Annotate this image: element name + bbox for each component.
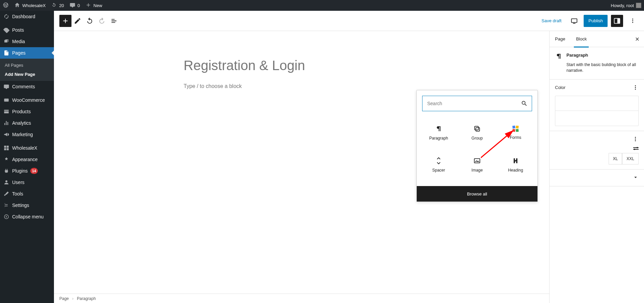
editor-toolbar: Save draft Publish xyxy=(54,11,644,31)
menu-tools[interactable]: Tools xyxy=(0,188,54,200)
menu-products[interactable]: Products xyxy=(0,106,54,117)
typography-panel: XL XXL xyxy=(550,131,644,170)
preview-button[interactable] xyxy=(568,15,580,27)
block-description: Start with the basic building block of a… xyxy=(566,62,639,74)
color-options-button[interactable] xyxy=(632,84,639,91)
svg-rect-6 xyxy=(572,19,577,22)
menu-media[interactable]: Media xyxy=(0,36,54,47)
paragraph-icon xyxy=(435,125,442,132)
svg-rect-4 xyxy=(7,148,9,150)
plus-icon xyxy=(85,2,91,9)
plugins-badge: 14 xyxy=(30,168,38,174)
settings-sidebar: Page Block Paragraph Start with the basi… xyxy=(549,31,644,303)
chevron-right-icon: › xyxy=(72,296,74,301)
svg-rect-1 xyxy=(4,146,6,148)
menu-settings[interactable]: Settings xyxy=(0,200,54,211)
image-icon xyxy=(473,157,481,164)
block-item-spacer[interactable]: Spacer xyxy=(419,149,458,181)
admin-bar: WholesaleX 20 0 New Howdy, root xyxy=(0,0,644,11)
settings-toggle-button[interactable] xyxy=(611,15,623,27)
block-inserter-popover: Paragraph Group Forms Spacer Image Headi… xyxy=(416,90,538,202)
menu-pages[interactable]: Pages xyxy=(0,47,54,59)
typography-options-button[interactable] xyxy=(632,136,639,143)
document-overview-button[interactable] xyxy=(108,15,120,27)
publish-button[interactable]: Publish xyxy=(584,15,608,27)
redo-button[interactable] xyxy=(96,15,108,27)
svg-rect-11 xyxy=(476,127,479,131)
toggle-inserter-button[interactable] xyxy=(59,15,71,27)
empty-paragraph-block[interactable]: Type / to choose a block xyxy=(184,83,420,89)
menu-plugins[interactable]: Plugins14 xyxy=(0,165,54,177)
kebab-icon xyxy=(629,18,636,24)
menu-wholesalex[interactable]: WholesaleX xyxy=(0,142,54,154)
block-item-paragraph[interactable]: Paragraph xyxy=(419,117,458,149)
updates-link[interactable]: 20 xyxy=(48,0,66,11)
save-draft-button[interactable]: Save draft xyxy=(538,16,565,25)
site-name: WholesaleX xyxy=(22,3,46,8)
browse-all-button[interactable]: Browse all xyxy=(417,186,537,202)
submenu-all-pages[interactable]: All Pages xyxy=(0,61,54,70)
forms-icon xyxy=(513,126,519,132)
svg-rect-8 xyxy=(617,18,620,23)
block-item-image[interactable]: Image xyxy=(458,149,496,181)
block-search-input[interactable] xyxy=(427,100,521,107)
size-xl[interactable]: XL xyxy=(609,153,622,164)
block-breadcrumb: Page › Paragraph xyxy=(54,294,549,303)
page-title-input[interactable]: Registration & Login xyxy=(184,58,420,73)
admin-menu: Dashboard Posts Media Pages All Pages Ad… xyxy=(0,11,54,303)
close-settings-button[interactable] xyxy=(631,36,644,42)
menu-pages-submenu: All Pages Add New Page xyxy=(0,59,54,81)
heading-icon xyxy=(512,157,519,164)
tools-button[interactable] xyxy=(71,15,84,27)
svg-rect-2 xyxy=(7,146,9,148)
menu-marketing[interactable]: Marketing xyxy=(0,129,54,140)
color-row-text[interactable] xyxy=(555,96,638,111)
spacer-icon xyxy=(435,157,442,164)
crumb-page[interactable]: Page xyxy=(59,296,69,301)
menu-collapse[interactable]: Collapse menu xyxy=(0,211,54,222)
color-row-background[interactable] xyxy=(555,111,638,126)
options-button[interactable] xyxy=(626,15,639,27)
tab-page[interactable]: Page xyxy=(550,31,570,47)
howdy-account[interactable]: Howdy, root xyxy=(608,0,644,11)
undo-button[interactable] xyxy=(84,15,96,27)
block-search-box xyxy=(422,96,532,111)
svg-rect-3 xyxy=(4,148,6,150)
crumb-block[interactable]: Paragraph xyxy=(77,296,96,301)
site-home[interactable]: WholesaleX xyxy=(11,0,48,11)
group-icon xyxy=(473,125,481,132)
comments-link[interactable]: 0 xyxy=(67,0,83,11)
paragraph-icon xyxy=(555,53,562,60)
refresh-icon xyxy=(51,2,57,9)
color-panel: Color xyxy=(550,80,644,131)
tab-block[interactable]: Block xyxy=(570,31,592,47)
menu-appearance[interactable]: Appearance xyxy=(0,154,54,165)
size-xxl[interactable]: XXL xyxy=(622,153,639,164)
menu-posts[interactable]: Posts xyxy=(0,24,54,36)
updates-count: 20 xyxy=(59,3,64,8)
sliders-icon[interactable] xyxy=(633,147,639,150)
new-content[interactable]: New xyxy=(83,0,105,11)
svg-rect-0 xyxy=(4,99,9,102)
menu-dashboard[interactable]: Dashboard xyxy=(0,11,54,22)
dimensions-panel[interactable] xyxy=(550,170,644,186)
panel-title-color: Color xyxy=(555,85,565,90)
avatar xyxy=(636,3,641,8)
block-item-group[interactable]: Group xyxy=(458,117,496,149)
comments-count: 0 xyxy=(78,3,80,8)
howdy-text: Howdy, root xyxy=(611,3,634,8)
menu-analytics[interactable]: Analytics xyxy=(0,117,54,129)
chevron-down-icon xyxy=(633,174,639,181)
block-card: Paragraph Start with the basic building … xyxy=(550,47,644,80)
submenu-add-new[interactable]: Add New Page xyxy=(0,70,54,79)
font-size-presets: XL XXL xyxy=(555,153,639,164)
search-icon xyxy=(521,100,528,107)
block-item-heading[interactable]: Heading xyxy=(496,149,535,181)
block-editor: Save draft Publish Registration & Login … xyxy=(54,11,644,303)
menu-woocommerce[interactable]: WooCommerce xyxy=(0,94,54,106)
menu-comments[interactable]: Comments xyxy=(0,81,54,92)
svg-rect-12 xyxy=(474,158,480,163)
block-item-forms[interactable]: Forms xyxy=(496,117,535,149)
menu-users[interactable]: Users xyxy=(0,177,54,188)
wp-logo[interactable] xyxy=(0,0,11,11)
